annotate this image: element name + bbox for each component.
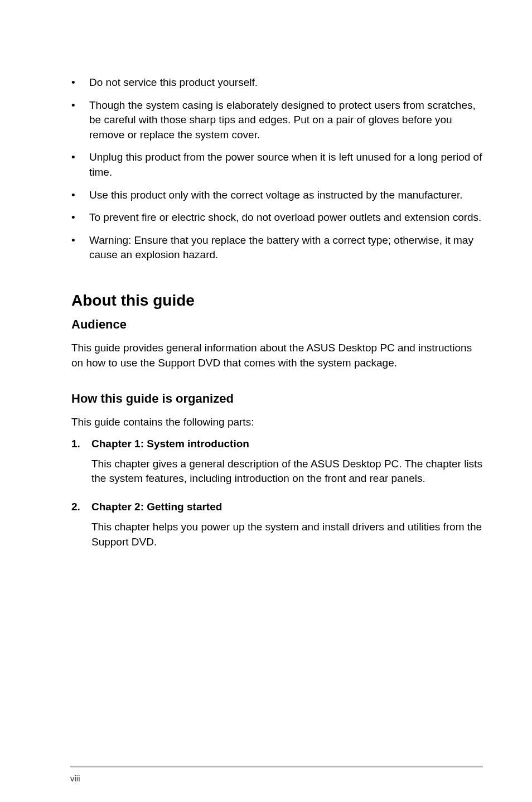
chapter-number: 2. <box>71 501 91 513</box>
list-item: • Though the system casing is elaboratel… <box>71 98 483 143</box>
list-item: • Use this product only with the correct… <box>71 188 483 203</box>
bullet-dot: • <box>71 75 89 90</box>
bullet-text: Though the system casing is elaborately … <box>89 98 483 143</box>
audience-section: Audience This guide provides general inf… <box>71 317 483 370</box>
page-title: About this guide <box>71 292 483 310</box>
organization-intro: This guide contains the following parts: <box>71 415 483 430</box>
bullet-text: Do not service this product yourself. <box>89 75 483 90</box>
chapter-description: This chapter gives a general description… <box>91 457 483 486</box>
chapter-header: 1. Chapter 1: System introduction <box>71 438 483 450</box>
bullet-dot: • <box>71 150 89 165</box>
bullet-dot: • <box>71 233 89 248</box>
chapter-item: 1. Chapter 1: System introduction This c… <box>71 438 483 486</box>
audience-text: This guide provides general information … <box>71 341 483 370</box>
bullet-text: Warning: Ensure that you replace the bat… <box>89 233 483 263</box>
audience-heading: Audience <box>71 317 483 332</box>
footer-divider <box>70 766 483 767</box>
organization-heading: How this guide is organized <box>71 392 483 406</box>
chapter-title: Chapter 2: Getting started <box>91 501 222 513</box>
bullet-text: Unplug this product from the power sourc… <box>89 150 483 180</box>
bullet-text: To prevent fire or electric shock, do no… <box>89 210 483 225</box>
chapter-number: 1. <box>71 438 91 450</box>
chapter-title: Chapter 1: System introduction <box>91 438 249 450</box>
list-item: • Do not service this product yourself. <box>71 75 483 90</box>
chapter-description: This chapter helps you power up the syst… <box>91 520 483 549</box>
list-item: • Warning: Ensure that you replace the b… <box>71 233 483 263</box>
safety-bullets: • Do not service this product yourself. … <box>71 75 483 263</box>
bullet-dot: • <box>71 210 89 225</box>
list-item: • To prevent fire or electric shock, do … <box>71 210 483 225</box>
bullet-dot: • <box>71 188 89 203</box>
page-number: viii <box>70 774 80 783</box>
chapter-item: 2. Chapter 2: Getting started This chapt… <box>71 501 483 549</box>
bullet-text: Use this product only with the correct v… <box>89 188 483 203</box>
list-item: • Unplug this product from the power sou… <box>71 150 483 180</box>
chapter-header: 2. Chapter 2: Getting started <box>71 501 483 513</box>
bullet-dot: • <box>71 98 89 113</box>
chapters-list: 1. Chapter 1: System introduction This c… <box>71 438 483 549</box>
